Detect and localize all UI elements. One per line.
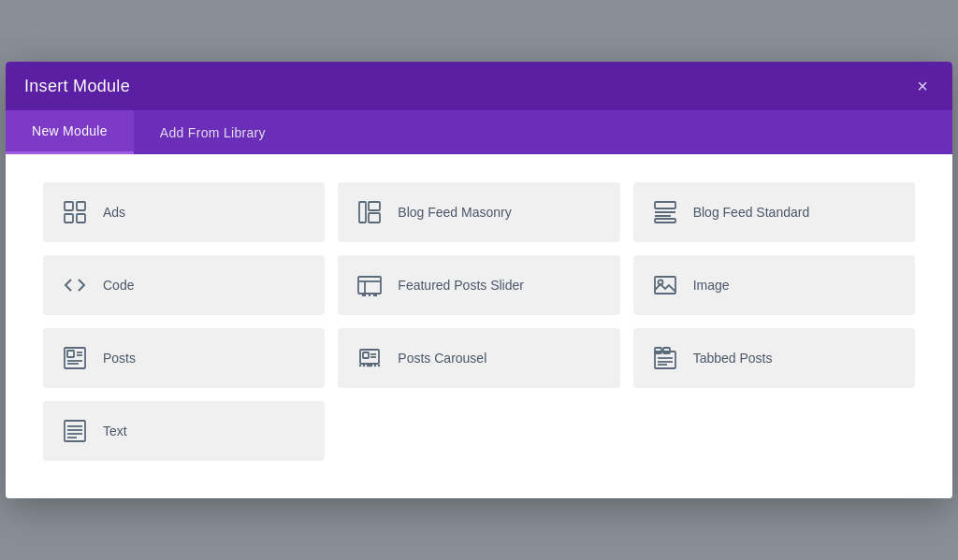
slider-icon xyxy=(355,270,385,300)
module-label-blog-feed-standard: Blog Feed Standard xyxy=(693,205,810,220)
svg-rect-7 xyxy=(655,202,675,208)
tab-add-from-library[interactable]: Add From Library xyxy=(134,110,292,154)
module-label-posts: Posts xyxy=(103,351,136,366)
module-item-posts-carousel[interactable]: Posts Carousel xyxy=(338,328,619,388)
svg-rect-35 xyxy=(655,348,661,353)
svg-rect-10 xyxy=(655,219,675,223)
module-item-posts[interactable]: Posts xyxy=(43,328,325,388)
svg-rect-6 xyxy=(369,213,380,223)
module-label-featured-posts-slider: Featured Posts Slider xyxy=(398,278,524,293)
text-icon xyxy=(60,416,90,446)
module-item-text[interactable]: Text xyxy=(43,401,325,461)
module-label-code: Code xyxy=(103,278,134,293)
tab-new-module[interactable]: New Module xyxy=(6,110,134,154)
code-icon xyxy=(60,270,90,300)
module-label-image: Image xyxy=(693,278,730,293)
svg-rect-36 xyxy=(663,348,670,353)
svg-rect-2 xyxy=(65,214,73,223)
module-label-posts-carousel: Posts Carousel xyxy=(398,351,486,366)
module-item-blog-feed-standard[interactable]: Blog Feed Standard xyxy=(633,182,915,242)
module-item-tabbed-posts[interactable]: Tabbed Posts xyxy=(633,328,915,388)
blog-masonry-icon xyxy=(355,197,385,227)
svg-rect-11 xyxy=(358,277,381,294)
module-item-image[interactable]: Image xyxy=(633,255,915,315)
modal-body: Ads Blog Feed Masonry xyxy=(6,154,952,498)
image-icon xyxy=(650,270,680,300)
module-label-text: Text xyxy=(103,424,127,438)
svg-rect-5 xyxy=(369,202,380,210)
svg-rect-20 xyxy=(67,351,74,357)
blog-standard-icon xyxy=(650,197,680,227)
grid-icon xyxy=(60,197,90,227)
svg-rect-0 xyxy=(65,202,73,210)
modal-overlay: Insert Module × New Module Add From Libr… xyxy=(0,0,958,560)
carousel-icon xyxy=(355,343,385,373)
tabbed-icon xyxy=(650,343,680,373)
modules-last-row: Text xyxy=(43,401,915,461)
close-button[interactable]: × xyxy=(911,75,934,97)
module-item-code[interactable]: Code xyxy=(43,255,325,315)
modal-header: Insert Module × xyxy=(6,62,952,110)
svg-rect-26 xyxy=(363,352,369,358)
svg-rect-4 xyxy=(359,202,366,223)
module-label-blog-feed-masonry: Blog Feed Masonry xyxy=(398,205,511,220)
posts-icon xyxy=(60,343,90,373)
module-label-ads: Ads xyxy=(103,205,125,220)
modal-title: Insert Module xyxy=(24,77,130,96)
modules-grid: Ads Blog Feed Masonry xyxy=(43,182,915,388)
insert-module-modal: Insert Module × New Module Add From Libr… xyxy=(6,62,952,498)
module-label-tabbed-posts: Tabbed Posts xyxy=(693,351,773,366)
module-item-blog-feed-masonry[interactable]: Blog Feed Masonry xyxy=(338,182,619,242)
modal-tabs: New Module Add From Library xyxy=(6,110,952,154)
module-item-featured-posts-slider[interactable]: Featured Posts Slider xyxy=(338,255,619,315)
svg-rect-17 xyxy=(655,277,675,294)
svg-rect-3 xyxy=(77,214,85,223)
module-item-ads[interactable]: Ads xyxy=(43,182,325,242)
svg-rect-1 xyxy=(77,202,85,210)
